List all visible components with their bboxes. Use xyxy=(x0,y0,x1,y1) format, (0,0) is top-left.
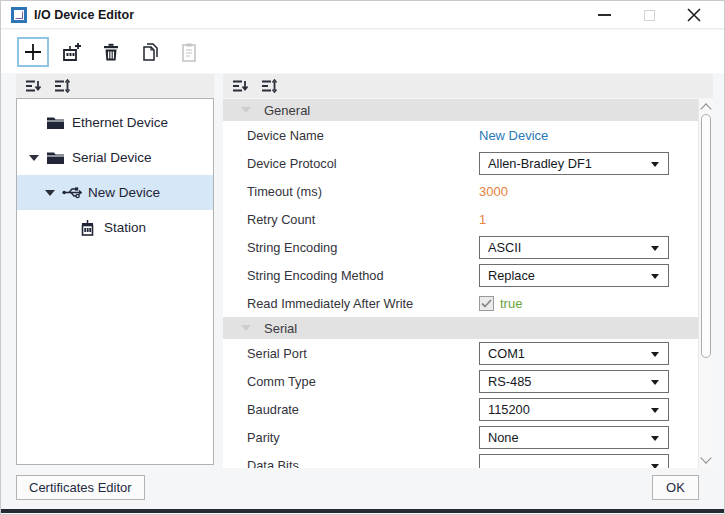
property-label: Serial Port xyxy=(247,346,307,361)
properties-grid: General Device Name New Device Device Pr… xyxy=(223,99,713,468)
station-plus-icon xyxy=(61,41,83,63)
checkbox-value-label: true xyxy=(500,296,522,311)
property-row-timeout: Timeout (ms) 3000 xyxy=(223,177,698,205)
dropdown-value: COM1 xyxy=(488,346,525,361)
dropdown-value: Allen-Bradley DF1 xyxy=(488,156,592,171)
comm-type-dropdown[interactable]: RS-485 xyxy=(479,370,669,393)
property-row-device-name: Device Name New Device xyxy=(223,121,698,149)
tree-item-label: New Device xyxy=(88,185,160,200)
scrollbar-thumb[interactable] xyxy=(701,114,711,358)
footer-bar: Certificates Editor OK xyxy=(1,468,724,509)
maximize-button xyxy=(634,1,664,29)
section-collapse-icon xyxy=(241,325,251,331)
timeout-value[interactable]: 3000 xyxy=(479,184,508,199)
tree-item-label: Serial Device xyxy=(72,150,152,165)
folder-icon xyxy=(46,150,65,165)
tree-item-serial-device[interactable]: Serial Device xyxy=(17,140,213,175)
properties-panel: General Device Name New Device Device Pr… xyxy=(223,74,713,468)
add-device-button[interactable] xyxy=(17,37,49,67)
dropdown-value: ASCII xyxy=(488,240,521,255)
dropdown-value: RS-485 xyxy=(488,374,531,389)
minimize-button[interactable] xyxy=(589,1,619,29)
vertical-scrollbar[interactable] xyxy=(698,99,713,468)
property-label: Device Name xyxy=(247,128,324,143)
property-row-string-encoding: String Encoding ASCII xyxy=(223,233,698,261)
dropdown-arrow-icon xyxy=(651,408,659,413)
io-device-editor-window: I/O Device Editor xyxy=(0,0,725,515)
property-row-data-bits: Data Bits xyxy=(223,451,698,468)
property-label: Parity xyxy=(247,430,280,445)
copy-icon xyxy=(140,42,160,62)
parity-dropdown[interactable]: None xyxy=(479,426,669,449)
close-button[interactable] xyxy=(679,1,709,29)
property-label: Read Immediately After Write xyxy=(247,296,413,311)
read-immediately-checkbox[interactable] xyxy=(479,296,494,311)
tree-item-ethernet-device[interactable]: Ethernet Device xyxy=(17,105,213,140)
checkmark-icon xyxy=(481,299,492,308)
section-header-general[interactable]: General xyxy=(223,99,698,121)
dropdown-value: Replace xyxy=(488,268,535,283)
section-title: Serial xyxy=(264,321,297,336)
property-label: Retry Count xyxy=(247,212,315,227)
tree-item-label: Station xyxy=(104,220,146,235)
close-icon xyxy=(687,8,701,22)
dropdown-arrow-icon xyxy=(651,246,659,251)
scroll-down-icon[interactable] xyxy=(700,452,711,463)
expand-arrow-icon[interactable] xyxy=(29,155,39,161)
dropdown-arrow-icon xyxy=(651,274,659,279)
dropdown-arrow-icon xyxy=(651,436,659,441)
data-bits-dropdown[interactable] xyxy=(479,454,669,469)
retry-count-value[interactable]: 1 xyxy=(479,212,486,227)
baudrate-dropdown[interactable]: 115200 xyxy=(479,398,669,421)
folder-icon xyxy=(46,115,65,130)
copy-button[interactable] xyxy=(134,37,166,67)
property-row-parity: Parity None xyxy=(223,423,698,451)
property-row-serial-port: Serial Port COM1 xyxy=(223,339,698,367)
dropdown-arrow-icon xyxy=(651,352,659,357)
station-icon xyxy=(78,219,97,236)
section-header-serial[interactable]: Serial xyxy=(223,317,698,339)
window-bottom-border xyxy=(1,509,724,513)
tree-panel-header xyxy=(16,74,214,98)
expand-all-icon[interactable] xyxy=(260,78,278,94)
clipboard-icon xyxy=(179,42,199,62)
device-protocol-dropdown[interactable]: Allen-Bradley DF1 xyxy=(479,152,669,175)
ok-button[interactable]: OK xyxy=(652,475,699,500)
property-row-baudrate: Baudrate 115200 xyxy=(223,395,698,423)
property-label: Baudrate xyxy=(247,402,299,417)
collapse-all-icon[interactable] xyxy=(231,78,249,94)
collapse-all-icon[interactable] xyxy=(24,78,42,94)
properties-panel-header xyxy=(223,74,713,98)
property-label: Comm Type xyxy=(247,374,316,389)
tree-item-label: Ethernet Device xyxy=(72,115,168,130)
property-row-device-protocol: Device Protocol Allen-Bradley DF1 xyxy=(223,149,698,177)
string-encoding-dropdown[interactable]: ASCII xyxy=(479,236,669,259)
title-bar: I/O Device Editor xyxy=(1,1,724,29)
string-encoding-method-dropdown[interactable]: Replace xyxy=(479,264,669,287)
expand-arrow-icon[interactable] xyxy=(45,190,55,196)
toolbar xyxy=(1,30,724,73)
device-tree-panel: Ethernet Device Serial Device xyxy=(16,74,214,465)
serial-port-dropdown[interactable]: COM1 xyxy=(479,342,669,365)
paste-button xyxy=(173,37,205,67)
property-row-comm-type: Comm Type RS-485 xyxy=(223,367,698,395)
property-label: Device Protocol xyxy=(247,156,337,171)
certificates-editor-button[interactable]: Certificates Editor xyxy=(16,475,145,500)
property-label: String Encoding xyxy=(247,240,337,255)
maximize-icon xyxy=(644,10,655,21)
device-name-value[interactable]: New Device xyxy=(479,128,548,143)
dropdown-value: 115200 xyxy=(488,402,530,417)
usb-device-icon xyxy=(62,186,82,199)
scroll-up-icon[interactable] xyxy=(700,103,711,114)
section-collapse-icon xyxy=(241,107,251,113)
delete-button[interactable] xyxy=(95,37,127,67)
add-station-button[interactable] xyxy=(56,37,88,67)
trash-icon xyxy=(101,42,121,62)
expand-all-icon[interactable] xyxy=(53,78,71,94)
section-title: General xyxy=(264,103,310,118)
tree-item-new-device[interactable]: New Device xyxy=(17,175,213,210)
property-row-string-encoding-method: String Encoding Method Replace xyxy=(223,261,698,289)
property-label: Timeout (ms) xyxy=(247,184,322,199)
property-row-retry-count: Retry Count 1 xyxy=(223,205,698,233)
tree-item-station[interactable]: Station xyxy=(17,210,213,245)
